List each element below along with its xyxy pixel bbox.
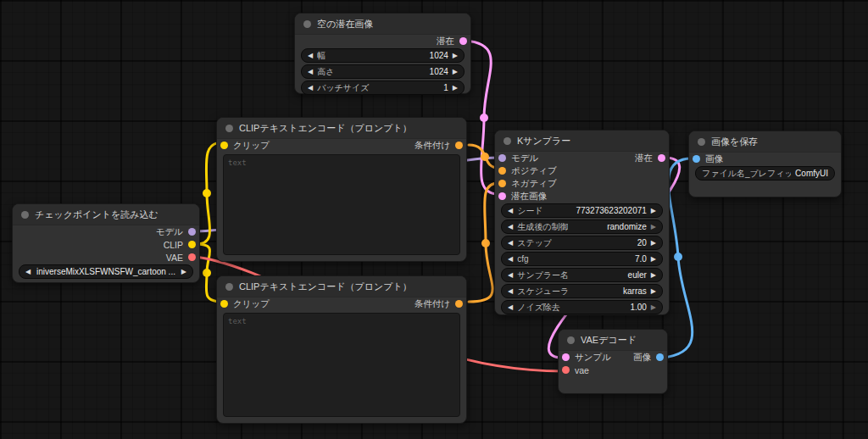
node-vae-decode[interactable]: VAEデコード サンプル 画像 vae <box>558 329 668 394</box>
prev-option-arrow-icon[interactable]: ◀ <box>508 272 513 279</box>
node-title: 画像を保存 <box>711 136 758 148</box>
node-title: CLIPテキストエンコード（プロンプト） <box>239 122 412 135</box>
collapse-dot-icon[interactable] <box>698 138 705 146</box>
node-title: CLIPテキストエンコード（プロンプト） <box>239 281 412 293</box>
collapse-dot-icon[interactable] <box>225 283 233 291</box>
prev-option-arrow-icon[interactable]: ◀ <box>508 288 513 295</box>
input-slot-vae[interactable] <box>562 366 570 374</box>
output-slot-model[interactable] <box>188 228 196 236</box>
next-option-arrow-icon[interactable]: ▶ <box>181 269 186 275</box>
input-label: クリップ <box>233 140 270 152</box>
node-empty-latent-image[interactable]: 空の潜在画像 潜在 ◀ 幅 1024 ▶ ◀ 高さ 1024 ▶ ◀ バッチサイ… <box>294 13 471 94</box>
decrement-arrow-icon[interactable]: ◀ <box>508 256 513 263</box>
filename-prefix-input[interactable]: ファイル名_プレフィッ ... ComfyUI <box>695 166 835 181</box>
input-label: vae <box>575 365 589 375</box>
input-slot-negative[interactable] <box>498 180 506 187</box>
slot-row: 潜在画像 <box>495 190 669 203</box>
link-midpoint-dot <box>481 153 489 161</box>
node-clip-text-encode-positive[interactable]: CLIPテキストエンコード（プロンプト） クリップ 条件付け <box>216 117 467 262</box>
prompt-text-input[interactable] <box>223 154 460 255</box>
slot-row: vae <box>559 364 667 376</box>
output-slot-image[interactable] <box>656 353 664 361</box>
prev-option-arrow-icon[interactable]: ◀ <box>25 269 31 275</box>
input-slot-model[interactable] <box>498 154 506 162</box>
input-slot-latent-image[interactable] <box>498 192 506 200</box>
increment-arrow-icon[interactable]: ▶ <box>453 85 458 92</box>
node-titlebar[interactable]: CLIPテキストエンコード（プロンプト） <box>217 118 466 139</box>
prev-option-arrow-icon[interactable]: ◀ <box>508 224 513 231</box>
output-slot-vae[interactable] <box>188 253 196 261</box>
collapse-dot-icon[interactable] <box>225 125 233 132</box>
decrement-arrow-icon[interactable]: ◀ <box>308 69 313 75</box>
input-label: サンプル <box>575 352 611 364</box>
slot-row: クリップ 条件付け <box>217 297 466 310</box>
input-label: 潜在画像 <box>511 191 547 203</box>
decrement-arrow-icon[interactable]: ◀ <box>308 53 313 59</box>
input-slot-image[interactable] <box>693 155 700 163</box>
node-save-image[interactable]: 画像を保存 画像 ファイル名_プレフィッ ... ComfyUI <box>688 131 842 197</box>
batch-size-stepper[interactable]: ◀ バッチサイズ 1 ▶ <box>301 81 465 95</box>
output-label: 条件付け <box>415 140 450 152</box>
node-load-checkpoint[interactable]: チェックポイントを読み込む モデル CLIP VAE ◀ iniverseMix… <box>12 203 200 283</box>
node-title: VAEデコード <box>581 334 637 347</box>
collapse-dot-icon[interactable] <box>303 20 311 28</box>
denoise-stepper[interactable]: ◀ ノイズ除去 1.00 ▶ <box>501 300 663 314</box>
link-midpoint-dot <box>481 239 490 247</box>
node-titlebar[interactable]: Kサンプラー <box>495 131 669 152</box>
output-slot-conditioning[interactable] <box>455 300 463 308</box>
increment-arrow-icon[interactable]: ▶ <box>651 256 656 263</box>
cfg-stepper[interactable]: ◀ cfg 7.0 ▶ <box>501 252 663 266</box>
input-label: ネガティブ <box>511 178 557 190</box>
output-label: 潜在 <box>635 153 653 164</box>
output-slot-clip[interactable] <box>188 241 196 248</box>
decrement-arrow-icon[interactable]: ◀ <box>508 240 513 247</box>
increment-arrow-icon[interactable]: ▶ <box>651 304 656 311</box>
node-titlebar[interactable]: 空の潜在画像 <box>295 14 470 35</box>
output-slot-latent[interactable] <box>658 154 665 162</box>
increment-arrow-icon[interactable]: ▶ <box>651 240 656 247</box>
decrement-arrow-icon[interactable]: ◀ <box>508 208 513 214</box>
next-option-arrow-icon[interactable]: ▶ <box>651 272 656 279</box>
output-slot-conditioning[interactable] <box>455 142 463 149</box>
link-midpoint-dot <box>480 114 488 122</box>
control-after-generate-select[interactable]: ◀ 生成後の制御 randomize ▶ <box>501 220 663 234</box>
input-slot-clip[interactable] <box>220 300 228 308</box>
output-slot-latent[interactable] <box>459 37 467 45</box>
node-titlebar[interactable]: VAEデコード <box>559 330 667 351</box>
increment-arrow-icon[interactable]: ▶ <box>453 69 458 75</box>
increment-arrow-icon[interactable]: ▶ <box>651 208 656 214</box>
collapse-dot-icon[interactable] <box>21 211 29 219</box>
input-slot-samples[interactable] <box>562 353 570 361</box>
scheduler-select[interactable]: ◀ スケジューラ karras ▶ <box>501 284 663 298</box>
link-midpoint-dot <box>203 269 211 277</box>
node-clip-text-encode-negative[interactable]: CLIPテキストエンコード（プロンプト） クリップ 条件付け <box>216 275 467 424</box>
node-title: Kサンプラー <box>517 135 570 147</box>
collapse-dot-icon[interactable] <box>504 137 511 145</box>
seed-stepper[interactable]: ◀ シード 773273623202071 ▶ <box>501 203 663 218</box>
slot-row: ポジティブ <box>495 164 669 177</box>
decrement-arrow-icon[interactable]: ◀ <box>308 85 313 92</box>
width-stepper[interactable]: ◀ 幅 1024 ▶ <box>301 48 465 63</box>
node-titlebar[interactable]: 画像を保存 <box>689 131 841 153</box>
input-slot-clip[interactable] <box>220 142 228 149</box>
input-slot-positive[interactable] <box>498 167 506 175</box>
slot-row: CLIP <box>13 238 199 251</box>
node-ksampler[interactable]: Kサンプラー モデル 潜在 ポジティブ ネガティブ 潜在画像 ◀ シード 773… <box>494 130 670 315</box>
next-option-arrow-icon[interactable]: ▶ <box>651 288 656 295</box>
decrement-arrow-icon[interactable]: ◀ <box>508 304 513 311</box>
output-label: CLIP <box>164 240 183 250</box>
next-option-arrow-icon[interactable]: ▶ <box>651 224 656 231</box>
collapse-dot-icon[interactable] <box>567 336 575 344</box>
sampler-name-select[interactable]: ◀ サンプラー名 euler ▶ <box>501 268 663 282</box>
steps-stepper[interactable]: ◀ ステップ 20 ▶ <box>501 236 663 250</box>
increment-arrow-icon[interactable]: ▶ <box>453 53 458 59</box>
node-titlebar[interactable]: チェックポイントを読み込む <box>13 204 199 225</box>
slot-row: VAE <box>13 251 199 264</box>
output-label: 画像 <box>633 352 651 364</box>
checkpoint-name-select[interactable]: ◀ iniverseMixXLSFWNSFW_cartoon ... ▶ <box>19 264 193 279</box>
output-label: 条件付け <box>415 298 450 310</box>
prompt-text-input[interactable] <box>223 313 460 417</box>
node-title: 空の潜在画像 <box>317 18 373 31</box>
node-titlebar[interactable]: CLIPテキストエンコード（プロンプト） <box>217 276 466 297</box>
height-stepper[interactable]: ◀ 高さ 1024 ▶ <box>301 64 465 79</box>
